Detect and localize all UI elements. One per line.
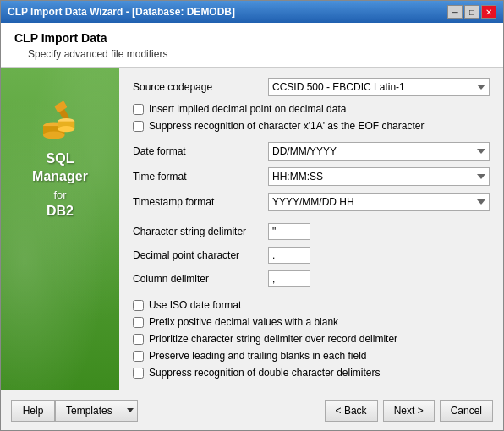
- implied-decimal-checkbox[interactable]: [133, 104, 144, 115]
- column-delim-input[interactable]: [268, 270, 310, 287]
- title-bar-buttons: ─ □ ✕: [447, 5, 496, 19]
- preserve-blanks-label: Preserve leading and trailing blanks in …: [149, 350, 367, 362]
- templates-dropdown-button[interactable]: [123, 400, 138, 422]
- footer-right: < Back Next > Cancel: [325, 400, 493, 422]
- db2-icon: [35, 101, 85, 144]
- window-title: CLP Import Data Wizard - [Database: DEMO…: [8, 6, 235, 18]
- page-title: CLP Import Data: [14, 31, 490, 45]
- source-codepage-control: CCSID 500 - EBCDIC Latin-1: [268, 78, 490, 96]
- date-format-control: DD/MM/YYYY: [268, 142, 490, 161]
- minimize-button[interactable]: ─: [447, 5, 463, 19]
- prioritize-char-row: Prioritize character string delimiter ov…: [133, 333, 490, 345]
- footer-left: Help Templates: [11, 400, 138, 422]
- date-format-select[interactable]: DD/MM/YYYY: [268, 142, 490, 161]
- source-codepage-label: Source codepage: [133, 81, 268, 93]
- main-content: SQL Manager for DB2 Source codepage CCSI…: [1, 68, 503, 390]
- iso-date-checkbox[interactable]: [133, 300, 144, 311]
- decimal-point-row: Decimal point character: [133, 247, 490, 264]
- back-button[interactable]: < Back: [325, 400, 378, 422]
- column-delim-label: Column delimiter: [133, 273, 268, 285]
- date-format-row: Date format DD/MM/YYYY: [133, 142, 490, 161]
- footer: Help Templates < Back Next > Cancel: [1, 390, 503, 430]
- prefix-positive-label: Prefix positive decimal values with a bl…: [149, 316, 338, 328]
- char-string-delim-row: Character string delimiter: [133, 223, 490, 240]
- timestamp-format-label: Timestamp format: [133, 196, 268, 208]
- svg-point-4: [43, 131, 64, 139]
- suppress-double-label: Suppress recognition of double character…: [149, 367, 380, 379]
- prioritize-char-label: Prioritize character string delimiter ov…: [149, 333, 397, 345]
- source-codepage-select[interactable]: CCSID 500 - EBCDIC Latin-1: [268, 78, 490, 96]
- preserve-blanks-row: Preserve leading and trailing blanks in …: [133, 350, 490, 362]
- eof-char-row: Suppress recognition of character x'1A' …: [133, 120, 490, 132]
- svg-point-7: [58, 126, 74, 132]
- char-string-delim-input[interactable]: [268, 223, 310, 240]
- date-format-label: Date format: [133, 145, 268, 157]
- templates-button[interactable]: Templates: [55, 400, 123, 422]
- time-format-control: HH:MM:SS: [268, 167, 490, 186]
- close-button[interactable]: ✕: [481, 5, 496, 19]
- implied-decimal-row: Insert implied decimal point on decimal …: [133, 103, 490, 115]
- preserve-blanks-checkbox[interactable]: [133, 351, 144, 362]
- help-button[interactable]: Help: [11, 400, 55, 422]
- sidebar-logo: SQL Manager for DB2: [32, 101, 88, 221]
- implied-decimal-label: Insert implied decimal point on decimal …: [149, 103, 346, 115]
- iso-date-label: Use ISO date format: [149, 299, 241, 311]
- iso-date-row: Use ISO date format: [133, 299, 490, 311]
- chevron-down-icon: [127, 408, 134, 412]
- source-codepage-row: Source codepage CCSID 500 - EBCDIC Latin…: [133, 78, 490, 96]
- next-button[interactable]: Next >: [383, 400, 435, 422]
- timestamp-format-control: YYYY/MM/DD HH: [268, 193, 490, 211]
- prioritize-char-checkbox[interactable]: [133, 334, 144, 345]
- sidebar-text: SQL Manager for DB2: [32, 150, 88, 221]
- prefix-positive-checkbox[interactable]: [133, 317, 144, 328]
- eof-char-label: Suppress recognition of character x'1A' …: [149, 120, 424, 132]
- prefix-positive-row: Prefix positive decimal values with a bl…: [133, 316, 490, 328]
- suppress-double-row: Suppress recognition of double character…: [133, 367, 490, 379]
- char-string-delim-label: Character string delimiter: [133, 226, 268, 237]
- time-format-label: Time format: [133, 171, 268, 183]
- title-bar: CLP Import Data Wizard - [Database: DEMO…: [1, 1, 503, 23]
- decimal-point-label: Decimal point character: [133, 249, 268, 261]
- main-window: CLP Import Data Wizard - [Database: DEMO…: [0, 0, 504, 431]
- time-format-select[interactable]: HH:MM:SS: [268, 167, 490, 186]
- decimal-point-input[interactable]: [268, 247, 310, 264]
- page-subtitle: Specify advanced file modifiers: [28, 48, 490, 60]
- eof-char-checkbox[interactable]: [133, 121, 144, 132]
- timestamp-format-row: Timestamp format YYYY/MM/DD HH: [133, 193, 490, 211]
- suppress-double-checkbox[interactable]: [133, 368, 144, 379]
- form-section: Source codepage CCSID 500 - EBCDIC Latin…: [119, 68, 503, 390]
- maximize-button[interactable]: □: [464, 5, 479, 19]
- header-section: CLP Import Data Specify advanced file mo…: [1, 23, 503, 68]
- sidebar: SQL Manager for DB2: [1, 68, 119, 390]
- timestamp-format-select[interactable]: YYYY/MM/DD HH: [268, 193, 490, 211]
- cancel-button[interactable]: Cancel: [440, 400, 493, 422]
- column-delim-row: Column delimiter: [133, 270, 490, 287]
- time-format-row: Time format HH:MM:SS: [133, 167, 490, 186]
